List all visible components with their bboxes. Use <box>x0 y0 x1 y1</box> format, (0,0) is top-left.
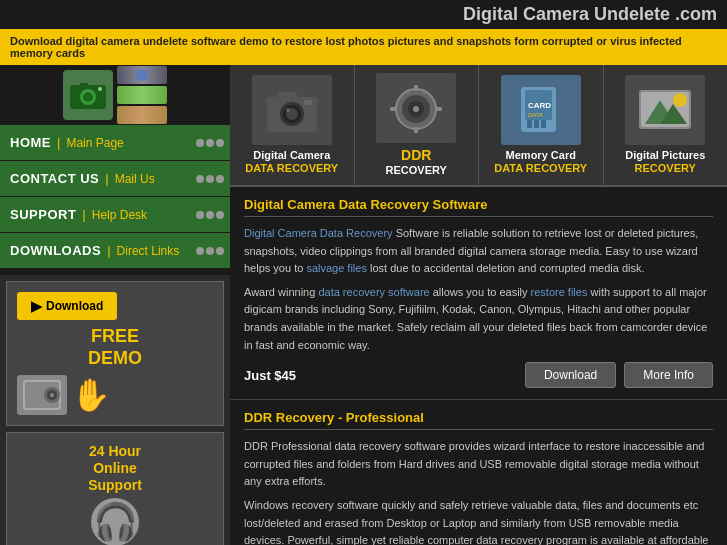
svg-point-36 <box>673 93 687 107</box>
hdd-icon <box>17 375 67 415</box>
article-camera-price: Just $45 <box>244 368 296 383</box>
nav-home-sep: | <box>57 135 60 150</box>
svg-text:CARD: CARD <box>528 101 551 110</box>
link-data-recovery-software[interactable]: data recovery software <box>318 286 429 298</box>
support-widget: 24 Hour Online Support 🎧 ▶ Support <box>6 432 224 545</box>
nav-home-sub: Main Page <box>66 136 123 150</box>
nav-downloads[interactable]: DOWNLOADS | Direct Links <box>0 233 230 269</box>
svg-rect-28 <box>534 120 539 128</box>
logo-svg <box>68 75 108 115</box>
logo-area <box>0 65 230 125</box>
memory-label2: DATA RECOVERY <box>494 162 587 174</box>
nav-support-label: SUPPORT <box>10 207 76 222</box>
camera-moreinfo-button[interactable]: More Info <box>624 362 713 388</box>
download-btn-label: Download <box>46 299 103 313</box>
article-camera-title: Digital Camera Data Recovery Software <box>244 197 713 217</box>
product-ddr[interactable]: DDR RECOVERY <box>355 65 480 185</box>
download-arrow-icon: ▶ <box>31 298 42 314</box>
content-area: Digital Camera DATA RECOVERY <box>230 65 727 545</box>
camera-label2: DATA RECOVERY <box>245 162 338 174</box>
svg-rect-27 <box>527 120 532 128</box>
svg-point-4 <box>98 87 102 91</box>
svg-point-15 <box>286 108 290 112</box>
main-layout: HOME | Main Page CONTACT US | Mail Us SU… <box>0 65 727 545</box>
nav-contact-bullet <box>196 175 224 183</box>
svg-rect-22 <box>414 127 418 133</box>
support-title: 24 Hour Online Support <box>17 443 213 493</box>
nav-contact-sep: | <box>105 171 108 186</box>
product-digital[interactable]: Digital Pictures RECOVERY <box>604 65 728 185</box>
sidebar: HOME | Main Page CONTACT US | Mail Us SU… <box>0 65 230 545</box>
article-ddr: DDR Recovery - Professional DDR Professi… <box>230 400 727 545</box>
article-ddr-body: DDR Professional data recovery software … <box>244 438 713 545</box>
svg-rect-21 <box>414 85 418 91</box>
article-ddr-p2: Windows recovery software quickly and sa… <box>244 497 713 545</box>
download-widget: ▶ Download FREE DEMO <box>6 281 224 426</box>
nav-downloads-label: DOWNLOADS <box>10 243 101 258</box>
download-img-area: ✋ <box>17 375 213 415</box>
link-camera-recovery[interactable]: Digital Camera Data Recovery <box>244 227 393 239</box>
camera-download-button[interactable]: Download <box>525 362 616 388</box>
article-camera-p1: Digital Camera Data Recovery Software is… <box>244 225 713 278</box>
support-img-area: 🎧 <box>17 498 213 545</box>
svg-rect-29 <box>541 120 546 128</box>
nav-support[interactable]: SUPPORT | Help Desk <box>0 197 230 233</box>
memory-label: Memory Card DATA RECOVERY <box>494 149 587 175</box>
download-demo-button[interactable]: ▶ Download <box>17 292 117 320</box>
camera-label1: Digital Camera <box>253 149 330 161</box>
digital-img <box>625 75 705 145</box>
nav-contact[interactable]: CONTACT US | Mail Us <box>0 161 230 197</box>
svg-point-20 <box>413 106 419 112</box>
product-row: Digital Camera DATA RECOVERY <box>230 65 727 187</box>
svg-rect-23 <box>390 107 396 111</box>
nav-support-sep: | <box>82 207 85 222</box>
article-camera: Digital Camera Data Recovery Software Di… <box>230 187 727 400</box>
nav-downloads-sub: Direct Links <box>117 244 180 258</box>
svg-rect-3 <box>80 83 88 87</box>
nav-menu: HOME | Main Page CONTACT US | Mail Us SU… <box>0 125 230 269</box>
notice-bar: Download digital camera undelete softwar… <box>0 29 727 65</box>
memory-img: CARD DATA <box>501 75 581 145</box>
nav-contact-label: CONTACT US <box>10 171 99 186</box>
svg-point-9 <box>50 393 54 397</box>
nav-downloads-bullet <box>196 247 224 255</box>
digital-label1: Digital Pictures <box>625 149 705 161</box>
product-memory[interactable]: CARD DATA Memory Card DATA RECOVERY <box>479 65 604 185</box>
article-ddr-title: DDR Recovery - Professional <box>244 410 713 430</box>
ddr-label1: DDR <box>401 147 431 163</box>
svg-point-2 <box>83 92 93 102</box>
download-widget-inner: ▶ Download FREE DEMO <box>6 281 224 426</box>
svg-rect-24 <box>436 107 442 111</box>
article-camera-btns: Download More Info <box>525 362 713 388</box>
svg-text:DATA: DATA <box>528 112 543 118</box>
svg-rect-11 <box>277 92 297 100</box>
nav-support-sub: Help Desk <box>92 208 147 222</box>
article-camera-body: Digital Camera Data Recovery Software is… <box>244 225 713 354</box>
headphone-icon: 🎧 <box>91 498 139 545</box>
digital-label: Digital Pictures RECOVERY <box>625 149 705 175</box>
camera-img <box>252 75 332 145</box>
article-camera-footer: Just $45 Download More Info <box>244 360 713 389</box>
notice-text: Download digital camera undelete softwar… <box>10 35 682 59</box>
nav-contact-sub: Mail Us <box>115 172 155 186</box>
logo-icon <box>63 70 113 120</box>
sidebar-spacer1 <box>0 269 230 275</box>
link-salvage-files[interactable]: salvage files <box>306 262 367 274</box>
memory-label1: Memory Card <box>506 149 576 161</box>
nav-home[interactable]: HOME | Main Page <box>0 125 230 161</box>
nav-downloads-sep: | <box>107 243 110 258</box>
link-restore-files[interactable]: restore files <box>531 286 588 298</box>
ddr-label: DDR RECOVERY <box>386 147 447 177</box>
hand-icon: ✋ <box>71 376 111 414</box>
camera-label: Digital Camera DATA RECOVERY <box>245 149 338 175</box>
nav-home-label: HOME <box>10 135 51 150</box>
site-title: Digital Camera Undelete .com <box>463 4 717 24</box>
svg-rect-16 <box>304 100 312 105</box>
nav-support-bullet <box>196 211 224 219</box>
nav-home-bullet <box>196 139 224 147</box>
product-camera[interactable]: Digital Camera DATA RECOVERY <box>230 65 355 185</box>
article-ddr-p1: DDR Professional data recovery software … <box>244 438 713 491</box>
article-camera-p2: Award winning data recovery software all… <box>244 284 713 354</box>
free-demo-text: FREE DEMO <box>17 326 213 369</box>
support-widget-inner: 24 Hour Online Support 🎧 ▶ Support <box>6 432 224 545</box>
